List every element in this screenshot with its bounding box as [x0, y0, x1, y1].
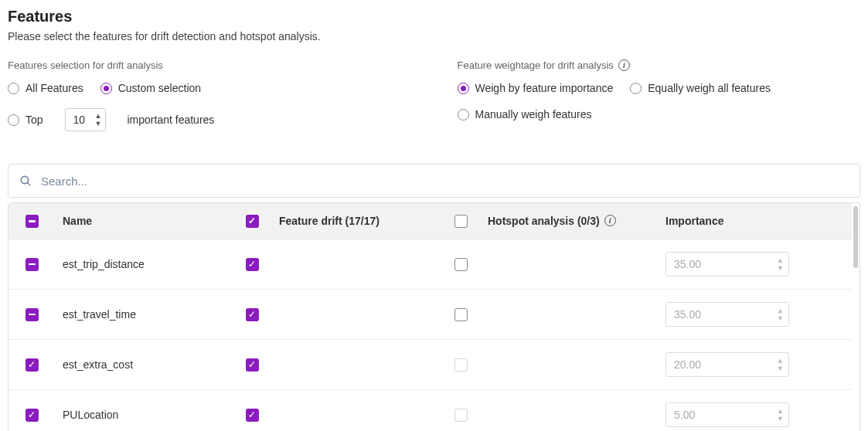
row-select-checkbox[interactable] — [26, 308, 39, 321]
svg-line-1 — [28, 183, 30, 185]
info-icon[interactable]: i — [604, 215, 616, 226]
radio-label: All Features — [26, 82, 83, 94]
radio-label: Weigh by feature importance — [475, 82, 614, 94]
drift-checkbox[interactable]: ✓ — [246, 409, 259, 422]
stepper-down-icon[interactable]: ▼ — [777, 365, 784, 372]
important-features-label: important features — [128, 114, 215, 126]
stepper-down-icon[interactable]: ▼ — [777, 314, 784, 322]
minus-icon — [29, 220, 36, 222]
select-all-checkbox[interactable] — [26, 215, 39, 228]
drift-checkbox[interactable]: ✓ — [246, 358, 259, 372]
section-label-weightage: Feature weightage for drift analysis — [458, 59, 614, 71]
radio-icon — [8, 114, 19, 126]
stepper-up-icon[interactable]: ▲ — [777, 256, 784, 264]
svg-point-0 — [21, 176, 28, 183]
radio-icon — [630, 83, 642, 94]
radio-label: Manually weigh features — [475, 108, 592, 120]
radio-label-top: Top — [26, 114, 43, 126]
minus-icon — [29, 314, 36, 316]
feature-name: est_extra_cost — [55, 339, 233, 389]
header-importance: Importance — [658, 203, 852, 239]
header-hotspot: Hotspot analysis (0/3) — [488, 215, 600, 227]
importance-input[interactable]: 35.00▲▼ — [665, 252, 789, 277]
radio-weigh-by-importance[interactable]: Weigh by feature importance — [458, 82, 614, 94]
radio-label: Custom selection — [118, 82, 201, 94]
scrollbar-thumb[interactable] — [853, 206, 858, 268]
check-icon: ✓ — [28, 360, 36, 369]
info-icon[interactable]: i — [618, 59, 630, 71]
check-icon: ✓ — [248, 360, 256, 369]
table-row: ✓PULocation✓5.00▲▼ — [9, 389, 852, 431]
drift-checkbox[interactable]: ✓ — [246, 308, 259, 321]
stepper-up-icon[interactable]: ▲ — [777, 307, 784, 314]
drift-checkbox[interactable]: ✓ — [246, 258, 259, 271]
page-title: Features — [8, 8, 860, 25]
stepper-up-icon[interactable]: ▲ — [777, 407, 784, 415]
section-label-selection: Features selection for drift analysis — [8, 59, 411, 71]
minus-icon — [29, 263, 36, 266]
stepper-down-icon[interactable]: ▼ — [95, 120, 102, 127]
hotspot-checkbox — [454, 409, 468, 422]
feature-weightage-section: Feature weightage for drift analysis i W… — [458, 59, 861, 145]
header-name: Name — [55, 203, 233, 239]
table-row: ✓est_extra_cost✓20.00▲▼ — [9, 339, 852, 389]
check-icon: ✓ — [248, 410, 256, 419]
page-subtitle: Please select the features for drift det… — [8, 30, 860, 42]
stepper-down-icon[interactable]: ▼ — [777, 415, 784, 423]
features-table-container: Name ✓ Feature drift (17/17) Hotspot ana… — [8, 202, 860, 431]
table-row: est_trip_distance✓35.00▲▼ — [9, 239, 852, 289]
feature-selection-section: Features selection for drift analysis Al… — [8, 59, 411, 145]
check-icon: ✓ — [248, 310, 256, 319]
radio-icon — [100, 83, 112, 94]
radio-icon — [458, 83, 469, 94]
importance-value: 35.00 — [674, 258, 701, 270]
row-select-checkbox[interactable] — [26, 258, 39, 271]
check-icon: ✓ — [248, 260, 256, 269]
row-select-checkbox[interactable]: ✓ — [26, 358, 39, 372]
importance-input[interactable]: 5.00▲▼ — [665, 402, 789, 427]
importance-input[interactable]: 20.00▲▼ — [665, 352, 789, 377]
drift-all-checkbox[interactable]: ✓ — [246, 215, 259, 228]
importance-value: 5.00 — [674, 409, 695, 421]
top-n-value: 10 — [73, 114, 90, 126]
radio-icon — [458, 109, 469, 120]
table-row: est_travel_time✓35.00▲▼ — [9, 289, 852, 339]
hotspot-checkbox[interactable] — [454, 258, 468, 271]
feature-name: PULocation — [55, 389, 233, 431]
hotspot-checkbox — [454, 358, 468, 372]
radio-all-features[interactable]: All Features — [8, 82, 83, 94]
search-box[interactable] — [8, 164, 860, 198]
stepper-up-icon[interactable]: ▲ — [777, 357, 784, 365]
header-feature-drift: Feature drift (17/17) — [271, 203, 441, 239]
search-icon — [19, 175, 32, 187]
stepper-up-icon[interactable]: ▲ — [95, 112, 102, 120]
radio-manually-weigh[interactable]: Manually weigh features — [458, 108, 592, 120]
check-icon: ✓ — [28, 410, 36, 419]
search-input[interactable] — [39, 174, 849, 188]
check-icon: ✓ — [248, 216, 256, 226]
radio-label: Equally weigh all features — [648, 82, 771, 94]
radio-icon — [8, 83, 19, 94]
top-n-input[interactable]: 10 ▲ ▼ — [65, 108, 106, 131]
feature-name: est_travel_time — [55, 289, 233, 339]
importance-input[interactable]: 35.00▲▼ — [665, 302, 789, 327]
importance-value: 20.00 — [674, 358, 701, 371]
importance-value: 35.00 — [674, 308, 701, 321]
feature-name: est_trip_distance — [55, 239, 233, 289]
radio-top-n[interactable]: Top — [8, 114, 43, 126]
radio-custom-selection[interactable]: Custom selection — [100, 82, 201, 94]
features-table: Name ✓ Feature drift (17/17) Hotspot ana… — [9, 203, 852, 431]
radio-equally-weigh[interactable]: Equally weigh all features — [630, 82, 771, 94]
hotspot-checkbox[interactable] — [454, 308, 468, 321]
row-select-checkbox[interactable]: ✓ — [26, 409, 39, 422]
hotspot-all-checkbox[interactable] — [454, 215, 468, 228]
stepper-down-icon[interactable]: ▼ — [777, 264, 784, 272]
